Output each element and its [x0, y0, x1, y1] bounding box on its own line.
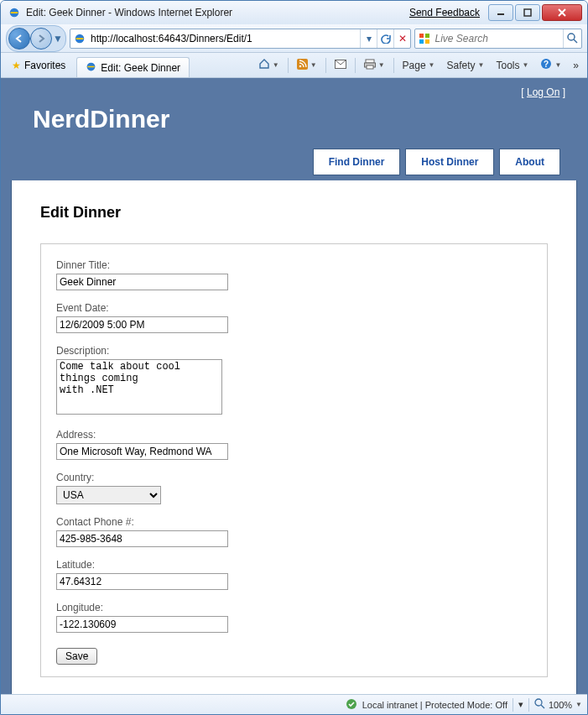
svg-point-10 — [568, 34, 575, 40]
page-heading: Edit Dinner — [40, 204, 548, 222]
mail-icon — [335, 60, 346, 71]
favorites-button[interactable]: ★ Favorites — [4, 56, 73, 75]
home-icon — [258, 58, 270, 72]
tab-favicon-icon — [86, 61, 96, 75]
address-bar: ▾ ✕ — [70, 29, 411, 49]
viewport: [ Log On ] NerdDinner Find Dinner Host D… — [1, 78, 587, 694]
forward-button[interactable] — [30, 28, 52, 50]
rss-icon — [297, 59, 308, 72]
latitude-label: Latitude: — [56, 559, 532, 571]
stop-button[interactable]: ✕ — [393, 29, 410, 48]
zoom-control[interactable]: 100% ▼ — [534, 698, 582, 711]
window-buttons — [487, 4, 582, 21]
save-button[interactable]: Save — [56, 648, 97, 665]
close-button[interactable] — [542, 4, 582, 21]
svg-line-4 — [559, 9, 565, 16]
print-button[interactable]: ▼ — [359, 55, 390, 76]
svg-rect-16 — [366, 60, 374, 63]
tools-menu[interactable]: Tools ▼ — [491, 56, 533, 75]
page-body: [ Log On ] NerdDinner Find Dinner Host D… — [1, 78, 587, 694]
latitude-input[interactable] — [56, 573, 228, 590]
security-zone-icon — [346, 698, 357, 712]
browser-window: Edit: Geek Dinner - Windows Internet Exp… — [0, 0, 588, 715]
command-bar: ★ Favorites Edit: Geek Dinner ▼ ▼ ▼ — [1, 53, 587, 78]
svg-point-14 — [299, 65, 301, 67]
svg-rect-6 — [419, 34, 424, 38]
svg-rect-7 — [425, 34, 429, 38]
nav-history-dropdown[interactable]: ▼ — [52, 28, 64, 50]
svg-rect-18 — [367, 65, 373, 69]
chevron-expand[interactable]: » — [568, 56, 584, 75]
security-zone-text: Local intranet | Protected Mode: Off — [362, 700, 507, 710]
zoom-icon — [534, 698, 545, 711]
nav-about[interactable]: About — [499, 149, 560, 175]
site-brand: NerdDinner — [11, 98, 577, 149]
maximize-button[interactable] — [515, 4, 540, 21]
svg-line-23 — [541, 705, 544, 708]
star-icon: ★ — [12, 60, 21, 71]
date-label: Event Date: — [56, 302, 532, 314]
country-label: Country: — [56, 472, 532, 483]
tab-title: Edit: Geek Dinner — [101, 62, 180, 74]
svg-point-22 — [535, 699, 542, 706]
safety-menu[interactable]: Safety ▼ — [442, 56, 490, 75]
send-feedback-link[interactable]: Send Feedback — [409, 7, 480, 18]
feeds-button[interactable]: ▼ — [292, 55, 322, 76]
back-button[interactable] — [8, 28, 30, 50]
title-input[interactable] — [56, 274, 228, 290]
nav-host-dinner[interactable]: Host Dinner — [405, 149, 494, 175]
title-bar: Edit: Geek Dinner - Windows Internet Exp… — [1, 1, 587, 24]
navigation-bar: ▼ ▾ ✕ — [1, 24, 587, 53]
title-label: Dinner Title: — [56, 259, 532, 271]
minimize-button[interactable] — [488, 4, 513, 21]
search-input[interactable] — [433, 30, 563, 47]
address-input-field[interactable] — [56, 443, 228, 460]
address-dropdown[interactable]: ▾ — [360, 29, 377, 48]
edit-form: Dinner Title: Event Date: Description: C… — [40, 243, 548, 677]
phone-label: Contact Phone #: — [56, 516, 532, 528]
home-button[interactable]: ▼ — [253, 55, 284, 76]
country-select[interactable]: USA — [56, 486, 161, 504]
description-input[interactable]: Come talk about cool things coming with … — [56, 359, 222, 415]
longitude-input[interactable] — [56, 616, 228, 633]
logon-link[interactable]: Log On — [527, 86, 559, 98]
content-card: Edit Dinner Dinner Title: Event Date: De… — [11, 180, 577, 694]
read-mail-button[interactable] — [330, 56, 351, 75]
nav-arrow-group: ▼ — [6, 25, 66, 52]
site-nav: Find Dinner Host Dinner About — [11, 149, 577, 180]
nav-find-dinner[interactable]: Find Dinner — [313, 149, 401, 175]
address-input[interactable] — [89, 30, 360, 47]
svg-text:?: ? — [544, 60, 549, 69]
refresh-button[interactable] — [377, 29, 393, 48]
favorites-label: Favorites — [24, 60, 65, 71]
phone-input[interactable] — [56, 530, 228, 547]
window-title: Edit: Geek Dinner - Windows Internet Exp… — [26, 7, 232, 18]
search-button[interactable] — [563, 29, 581, 48]
svg-rect-8 — [419, 39, 424, 44]
chevron-right-icon: » — [573, 60, 579, 71]
help-icon: ? — [540, 58, 552, 72]
address-label: Address: — [56, 429, 532, 441]
search-provider-icon — [415, 33, 433, 44]
status-bar: Local intranet | Protected Mode: Off ▾ 1… — [1, 694, 587, 714]
svg-line-11 — [574, 39, 577, 43]
page-scrollbar[interactable]: [ Log On ] NerdDinner Find Dinner Host D… — [1, 78, 587, 694]
printer-icon — [364, 59, 376, 72]
date-input[interactable] — [56, 316, 228, 333]
page-favicon-icon — [70, 33, 89, 44]
page-menu[interactable]: Page ▼ — [398, 56, 440, 75]
longitude-label: Longitude: — [56, 602, 532, 613]
svg-rect-9 — [425, 39, 429, 44]
zoom-value: 100% — [549, 700, 572, 710]
browser-tab[interactable]: Edit: Geek Dinner — [76, 57, 190, 77]
search-box — [414, 29, 582, 49]
protected-mode-dropdown[interactable]: ▾ — [518, 699, 523, 710]
description-label: Description: — [56, 345, 532, 357]
ie-favicon-icon — [8, 6, 21, 19]
help-button[interactable]: ?▼ — [535, 55, 566, 76]
login-area: [ Log On ] — [11, 78, 577, 98]
svg-line-3 — [559, 9, 565, 16]
svg-rect-2 — [524, 9, 531, 16]
